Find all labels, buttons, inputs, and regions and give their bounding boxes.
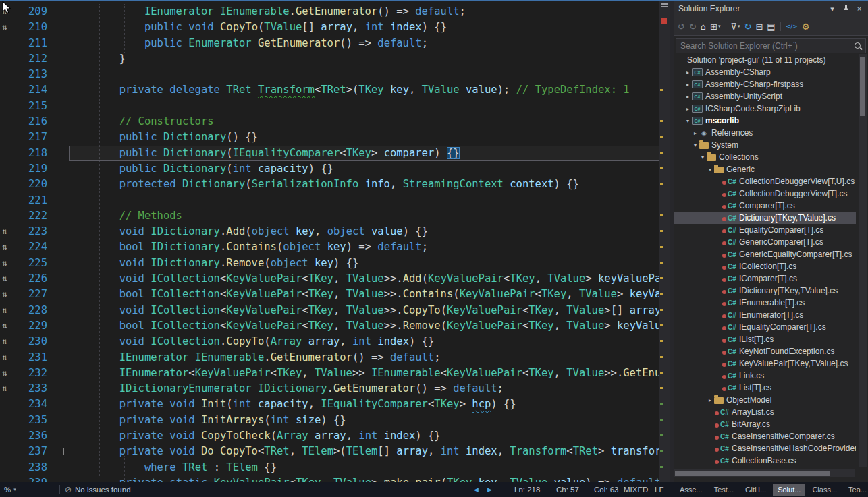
- tree-item[interactable]: C#KeyValuePair[TKey,TValue].cs: [674, 357, 856, 370]
- code-line-235[interactable]: 235private void InitArrays(int size) {}: [0, 413, 670, 428]
- panel-vertical-scrollbar[interactable]: [859, 54, 867, 467]
- override-indicator-icon[interactable]: ⇅: [0, 381, 18, 397]
- search-box[interactable]: [676, 38, 866, 53]
- zoom-control[interactable]: % ▾: [4, 482, 16, 497]
- code-line-223[interactable]: ⇅223void IDictionary.Add(object key, obj…: [0, 224, 670, 239]
- tree-item[interactable]: ▸◈References: [674, 127, 856, 139]
- override-indicator-icon[interactable]: ⇅: [0, 271, 18, 287]
- code-line-226[interactable]: ⇅226void ICollection<KeyValuePair<TKey, …: [0, 271, 670, 287]
- tree-item[interactable]: C#Link.cs: [674, 370, 856, 382]
- chevron-collapsed-icon[interactable]: ▸: [684, 82, 692, 88]
- tree-item[interactable]: C#GenericComparer[T].cs: [674, 236, 856, 248]
- code-line-225[interactable]: ⇅225void IDictionary.Remove(object key) …: [0, 256, 670, 271]
- line-number[interactable]: 234: [18, 397, 51, 412]
- line-number[interactable]: 235: [18, 413, 51, 428]
- fold-margin[interactable]: [51, 114, 69, 129]
- code-text[interactable]: private void InitArrays(int size) {}: [69, 413, 670, 428]
- override-indicator-icon[interactable]: ⇅: [0, 239, 18, 255]
- tree-item[interactable]: C#ICollection[T].cs: [674, 260, 856, 272]
- tree-item[interactable]: C#IEnumerator[T].cs: [674, 309, 856, 321]
- override-indicator-icon[interactable]: ⇅: [0, 318, 18, 334]
- code-text[interactable]: IEnumerator<KeyValuePair<TKey, TValue>> …: [69, 366, 670, 381]
- line-number[interactable]: 233: [18, 381, 51, 397]
- code-line-224[interactable]: ⇅224bool IDictionary.Contains(object key…: [0, 239, 670, 255]
- line-number[interactable]: 223: [18, 224, 51, 239]
- encoding-indicator[interactable]: MIXED: [624, 482, 648, 497]
- line-number[interactable]: 220: [18, 177, 51, 192]
- nav-back-icon[interactable]: ◀: [474, 482, 479, 497]
- tree-item[interactable]: C#CollectionDebuggerView[T,U].cs: [674, 175, 856, 187]
- line-number[interactable]: 212: [18, 51, 51, 67]
- sync-with-active-document-button[interactable]: ↻: [743, 20, 753, 32]
- tree-item[interactable]: C#IEqualityComparer[T].cs: [674, 321, 856, 333]
- tree-item[interactable]: C#Dictionary[TKey,TValue].cs: [674, 212, 856, 224]
- fold-margin[interactable]: [51, 193, 69, 208]
- fold-margin[interactable]: [51, 67, 69, 82]
- code-line-234[interactable]: 234private void Init(int capacity, IEqua…: [0, 397, 670, 412]
- back-button[interactable]: ↺: [676, 20, 686, 32]
- show-all-files-button[interactable]: ▤: [765, 20, 776, 32]
- line-indicator[interactable]: Ln: 218: [514, 482, 540, 497]
- code-text[interactable]: void ICollection<KeyValuePair<TKey, TVal…: [69, 303, 670, 318]
- code-text[interactable]: public Dictionary(int capacity) {}: [69, 161, 670, 177]
- tree-item[interactable]: C#IEnumerable[T].cs: [674, 297, 856, 309]
- line-number[interactable]: 229: [18, 318, 51, 334]
- code-line-230[interactable]: ⇅230void ICollection.CopyTo(Array array,…: [0, 334, 670, 349]
- code-text[interactable]: void ICollection<KeyValuePair<TKey, TVal…: [69, 271, 670, 287]
- code-line-239[interactable]: 239private static KeyValuePair<TKey, TVa…: [0, 475, 670, 482]
- tree-item[interactable]: C#IComparer[T].cs: [674, 272, 856, 285]
- override-indicator-icon[interactable]: ⇅: [0, 350, 18, 366]
- tree-item[interactable]: C#CollectionBase.cs: [674, 455, 856, 467]
- line-number[interactable]: 214: [18, 82, 51, 98]
- code-text[interactable]: where TRet : TElem {}: [69, 460, 670, 475]
- tree-item[interactable]: ▾C#mscorlib: [674, 115, 856, 127]
- line-number[interactable]: 213: [18, 67, 51, 82]
- code-text[interactable]: void ICollection.CopyTo(Array array, int…: [69, 334, 670, 349]
- tree-item[interactable]: C#ArrayList.cs: [674, 406, 856, 418]
- override-indicator-icon[interactable]: ⇅: [0, 334, 18, 349]
- tree-item[interactable]: C#List[T].cs: [674, 382, 856, 394]
- search-icon[interactable]: [854, 42, 863, 51]
- code-text[interactable]: IDictionaryEnumerator IDictionary.GetEnu…: [69, 381, 670, 397]
- fold-margin[interactable]: [51, 51, 69, 67]
- fold-margin[interactable]: [51, 36, 69, 51]
- line-number[interactable]: 215: [18, 98, 51, 114]
- tree-item[interactable]: C#GenericEqualityComparer[T].cs: [674, 248, 856, 260]
- code-text[interactable]: bool ICollection<KeyValuePair<TKey, TVal…: [69, 318, 670, 334]
- home-button[interactable]: ⌂: [699, 20, 707, 32]
- code-line-228[interactable]: ⇅228void ICollection<KeyValuePair<TKey, …: [0, 303, 670, 318]
- code-line-222[interactable]: 222// Methods: [0, 208, 670, 224]
- line-number[interactable]: 222: [18, 208, 51, 224]
- tree-item[interactable]: C#BitArray.cs: [674, 418, 856, 430]
- fold-margin[interactable]: [51, 397, 69, 412]
- tree-item[interactable]: C#IDictionary[TKey,TValue].cs: [674, 285, 856, 297]
- filter-button[interactable]: ⊽▾: [730, 20, 742, 32]
- code-line-214[interactable]: 214private delegate TRet Transform<TRet>…: [0, 82, 670, 98]
- code-text[interactable]: // Constructors: [69, 114, 670, 129]
- nav-forward-icon[interactable]: ▶: [487, 482, 492, 497]
- tab-asse[interactable]: Asse...: [675, 484, 707, 496]
- tree-item[interactable]: ▸C#Assembly-CSharp: [674, 66, 856, 78]
- fold-margin[interactable]: [51, 460, 69, 475]
- tree-item[interactable]: C#Comparer[T].cs: [674, 200, 856, 212]
- override-indicator-icon[interactable]: ⇅: [0, 20, 18, 35]
- panel-horizontal-scrollbar[interactable]: [674, 469, 855, 477]
- line-number[interactable]: 219: [18, 161, 51, 177]
- override-indicator-icon[interactable]: ⇅: [0, 256, 18, 271]
- line-number[interactable]: 218: [18, 146, 51, 161]
- fold-margin[interactable]: [51, 366, 69, 381]
- code-text[interactable]: IEnumerator IEnumerable.GetEnumerator() …: [69, 4, 670, 20]
- code-text[interactable]: public Dictionary(IEqualityComparer<TKey…: [69, 146, 670, 161]
- tab-test[interactable]: Test...: [709, 484, 738, 496]
- window-position-icon[interactable]: ▾: [826, 3, 838, 14]
- code-line-231[interactable]: ⇅231IEnumerator IEnumerable.GetEnumerato…: [0, 350, 670, 366]
- code-text[interactable]: void IDictionary.Remove(object key) {}: [69, 256, 670, 271]
- code-line-236[interactable]: 236private void CopyToCheck(Array array,…: [0, 428, 670, 444]
- code-text[interactable]: protected Dictionary(SerializationInfo i…: [69, 177, 670, 192]
- line-number[interactable]: 216: [18, 114, 51, 129]
- code-view-button[interactable]: </>: [784, 20, 799, 32]
- code-text[interactable]: private void CopyToCheck(Array array, in…: [69, 428, 670, 444]
- code-line-229[interactable]: ⇅229bool ICollection<KeyValuePair<TKey, …: [0, 318, 670, 334]
- code-line-238[interactable]: 238where TRet : TElem {}: [0, 460, 670, 475]
- fold-margin[interactable]: [51, 224, 69, 239]
